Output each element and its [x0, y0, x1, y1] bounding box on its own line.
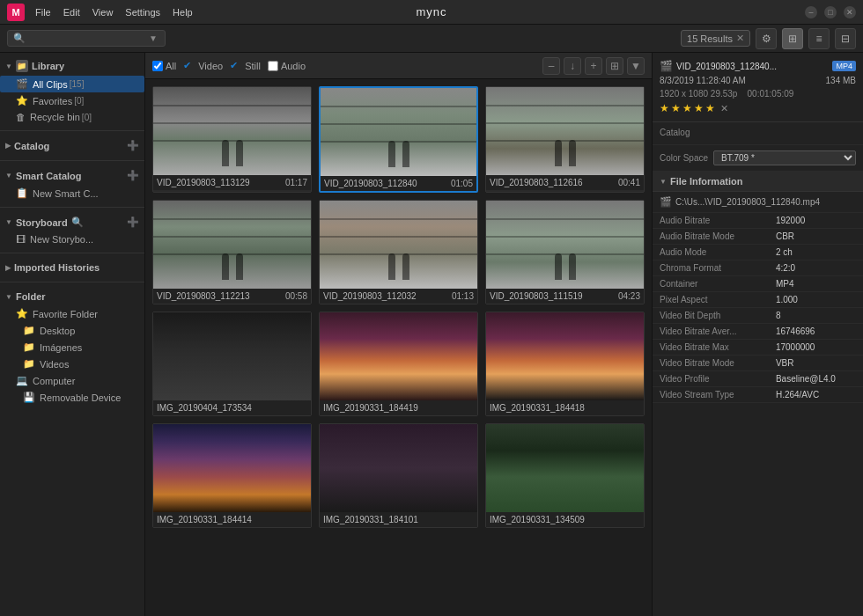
storyboard-header[interactable]: ▼ Storyboard 🔍 ➕ — [0, 213, 144, 231]
catalog-header[interactable]: ▶ Catalog ➕ — [0, 136, 144, 155]
settings-button[interactable]: ⚙ — [756, 28, 777, 49]
smart-catalog-section: ▼ Smart Catalog ➕ 📋 New Smart C... — [0, 163, 144, 205]
star-clear-button[interactable]: ✕ — [720, 103, 728, 114]
folder-section: ▼ Folder ⭐ Favorite Folder 📁 Desktop 📁 I… — [0, 284, 144, 409]
library-header[interactable]: ▼ 📁 Library — [0, 56, 144, 76]
filter-audio[interactable]: Audio — [268, 61, 306, 71]
sidebar-item-favorite-folder[interactable]: ⭐ Favorite Folder — [0, 305, 144, 322]
filter-add-button[interactable]: + — [585, 57, 602, 75]
media-item-6[interactable]: VID_20190803_11151904:23 — [485, 200, 645, 304]
media-item-12[interactable]: IMG_20190331_134509 — [485, 423, 645, 528]
media-item-3[interactable]: VID_20190803_11261600:41 — [485, 86, 645, 193]
star-2[interactable]: ★ — [671, 102, 681, 114]
media-label-6: VID_20190803_11151904:23 — [486, 289, 644, 304]
media-thumb-10 — [153, 424, 311, 512]
sidebar-item-desktop[interactable]: 📁 Desktop — [0, 322, 144, 339]
file-meta: 8/3/2019 11:28:40 AM 134 MB — [660, 76, 856, 85]
sidebar-item-new-storyboard[interactable]: 🎞 New Storybo... — [0, 231, 144, 247]
view-detail-button[interactable]: ⊟ — [835, 28, 856, 49]
media-name-11: IMG_20190331_184101 — [323, 515, 418, 524]
format-badge: MP4 — [832, 61, 856, 71]
results-close-button[interactable]: ✕ — [736, 33, 744, 44]
media-duration-1: 01:17 — [285, 178, 307, 187]
info-value: CBR — [769, 229, 863, 245]
media-item-7[interactable]: IMG_20190404_173534 — [152, 312, 312, 416]
filter-dropdown-button[interactable]: ▼ — [627, 57, 645, 75]
filter-still[interactable]: Still — [245, 61, 261, 71]
info-row: ContainerMP4 — [653, 276, 863, 292]
view-filmstrip-button[interactable]: ≡ — [808, 28, 830, 49]
sidebar-item-removable[interactable]: 💾 Removable Device — [0, 389, 144, 406]
menu-edit[interactable]: Edit — [63, 7, 80, 18]
search-input[interactable] — [26, 33, 149, 44]
star-5[interactable]: ★ — [705, 102, 715, 114]
media-label-4: VID_20190803_11221300:58 — [153, 289, 311, 304]
filter-down-button[interactable]: ↓ — [564, 57, 581, 75]
sidebar-item-new-smart[interactable]: 📋 New Smart C... — [0, 185, 144, 202]
menu-help[interactable]: Help — [173, 7, 193, 18]
filter-all[interactable]: All — [152, 61, 176, 71]
sidebar-item-favorites[interactable]: ⭐ Favorites [0] — [0, 92, 144, 109]
search-dropdown-icon[interactable]: ▼ — [149, 33, 158, 43]
media-name-1: VID_20190803_113129 — [157, 178, 250, 187]
sidebar-item-imagenes[interactable]: 📁 Imágenes — [0, 339, 144, 356]
filter-bar: All ✔ Video ✔ Still Audio – ↓ + ⊞ ▼ — [145, 53, 652, 79]
media-item-10[interactable]: IMG_20190331_184414 — [152, 423, 312, 528]
catalog-row: Catalog — [653, 122, 863, 145]
view-grid-button[interactable]: ⊞ — [782, 28, 803, 49]
color-space-select[interactable]: BT.709 *BT.601BT.2020 — [713, 150, 856, 165]
media-label-8: IMG_20190331_184419 — [320, 400, 477, 415]
menu-view[interactable]: View — [92, 7, 114, 18]
media-label-3: VID_20190803_11261600:41 — [486, 175, 644, 190]
search-box[interactable]: 🔍 ▼ — [7, 30, 166, 47]
media-name-7: IMG_20190404_173534 — [157, 403, 252, 413]
star-1[interactable]: ★ — [660, 102, 669, 114]
filter-grid-button[interactable]: ⊞ — [606, 57, 623, 75]
info-value: 4:2:0 — [769, 260, 863, 276]
sidebar-item-computer[interactable]: 💻 Computer — [0, 372, 144, 389]
info-row: Chroma Format4:2:0 — [653, 260, 863, 276]
imported-header[interactable]: ▶ Imported Histories — [0, 259, 144, 276]
media-grid: VID_20190803_11312901:17VID_20190803_112… — [145, 79, 652, 616]
file-info-header[interactable]: ▼ File Information — [653, 172, 863, 192]
media-thumb-12 — [486, 424, 644, 512]
media-item-1[interactable]: VID_20190803_11312901:17 — [152, 86, 312, 193]
close-button[interactable]: ✕ — [844, 6, 856, 18]
film-icon: 🎬 — [660, 60, 673, 72]
minimize-button[interactable]: – — [805, 6, 817, 18]
media-item-5[interactable]: VID_20190803_11203201:13 — [319, 200, 478, 304]
media-name-10: IMG_20190331_184414 — [157, 515, 252, 524]
file-title-row: 🎬 VID_20190803_112840... MP4 — [660, 60, 856, 72]
menu-file[interactable]: File — [35, 7, 51, 18]
media-item-2[interactable]: VID_20190803_11284001:05 — [319, 86, 478, 193]
info-value: MP4 — [769, 276, 863, 292]
media-item-11[interactable]: IMG_20190331_184101 — [319, 423, 478, 528]
sidebar-item-videos[interactable]: 📁 Videos — [0, 356, 144, 372]
filter-video[interactable]: Video — [198, 61, 223, 71]
media-item-9[interactable]: IMG_20190331_184418 — [485, 312, 645, 416]
media-duration-2: 01:05 — [451, 179, 473, 188]
toolbar: 🔍 ▼ 15 Results ✕ ⚙ ⊞ ≡ ⊟ — [0, 25, 863, 53]
star-4[interactable]: ★ — [694, 102, 704, 114]
smart-catalog-header[interactable]: ▼ Smart Catalog ➕ — [0, 166, 144, 185]
filter-remove-button[interactable]: – — [542, 57, 560, 75]
right-panel: 🎬 VID_20190803_112840... MP4 8/3/2019 11… — [652, 53, 863, 616]
maximize-button[interactable]: □ — [824, 6, 837, 18]
main-layout: ▼ 📁 Library 🎬 All Clips [15] ⭐ Favorites… — [0, 53, 863, 616]
sidebar-item-recycle[interactable]: 🗑 Recycle bin [0] — [0, 109, 144, 125]
media-label-2: VID_20190803_11284001:05 — [321, 176, 476, 191]
info-value: 16746696 — [769, 324, 863, 340]
file-info-label: File Information — [670, 176, 743, 187]
sidebar-item-all-clips[interactable]: 🎬 All Clips [15] — [0, 76, 144, 92]
media-item-4[interactable]: VID_20190803_11221300:58 — [152, 200, 312, 304]
filter-actions: – ↓ + ⊞ ▼ — [542, 57, 645, 75]
star-3[interactable]: ★ — [682, 102, 692, 114]
media-item-8[interactable]: IMG_20190331_184419 — [319, 312, 478, 416]
media-name-4: VID_20190803_112213 — [157, 291, 250, 301]
file-path: C:\Us...\VID_20190803_112840.mp4 — [675, 197, 820, 207]
folder-header[interactable]: ▼ Folder — [0, 288, 144, 305]
menu-settings[interactable]: Settings — [125, 7, 160, 18]
catalog-section: ▶ Catalog ➕ — [0, 133, 144, 158]
results-text: 15 Results — [687, 33, 733, 44]
color-space-label: Color Space — [660, 153, 708, 163]
